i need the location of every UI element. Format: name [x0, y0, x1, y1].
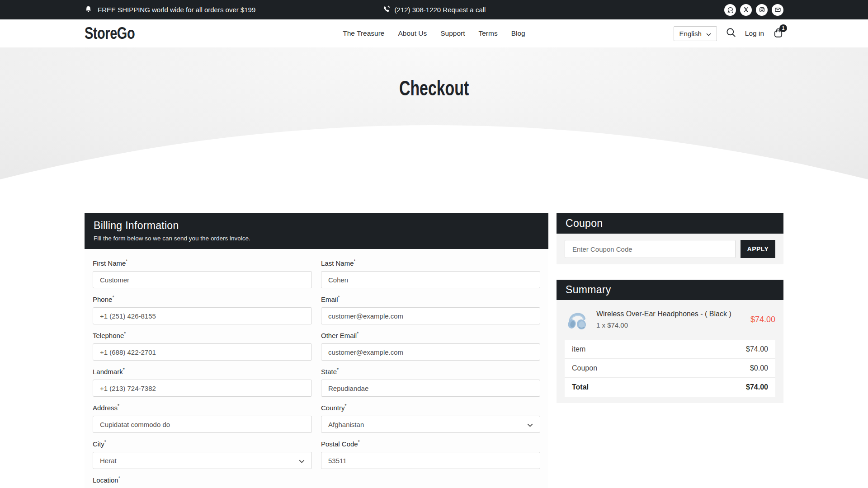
- last-name-input[interactable]: [321, 271, 540, 288]
- coupon-code-input[interactable]: [565, 240, 736, 258]
- required-mark: *: [123, 367, 125, 372]
- field-first-name: First Name*: [93, 259, 312, 288]
- billing-card: Billing Information Fill the form below …: [85, 213, 548, 488]
- product-image: [565, 307, 589, 332]
- billing-header: Billing Information Fill the form below …: [85, 213, 548, 249]
- product-info: Wireless Over-Ear Headphones - ( Black )…: [596, 310, 750, 329]
- product-quantity: 1 x $74.00: [596, 321, 750, 329]
- top-announcement-bar: FREE SHIPPING world wide for all orders …: [0, 0, 868, 19]
- search-icon[interactable]: [726, 28, 736, 39]
- nav-blog[interactable]: Blog: [511, 29, 525, 38]
- field-location: Location* Select Location: [93, 476, 312, 488]
- login-link[interactable]: Log in: [745, 29, 764, 38]
- coupon-card: Coupon APPLY: [557, 213, 783, 264]
- billing-subtitle: Fill the form below so we can send you t…: [94, 235, 539, 242]
- hero-curve-decoration: [0, 47, 868, 213]
- x-twitter-icon[interactable]: [740, 4, 752, 16]
- language-value: English: [679, 30, 702, 38]
- phone-text: (212) 308-1220 Request a call: [395, 6, 486, 14]
- summary-body: Wireless Over-Ear Headphones - ( Black )…: [557, 300, 783, 403]
- social-links: [724, 4, 783, 16]
- summary-row-total: Total $74.00: [565, 378, 775, 397]
- required-mark: *: [118, 476, 120, 481]
- phone-icon: [382, 5, 390, 14]
- cart-count-badge: 1: [779, 24, 787, 32]
- required-mark: *: [104, 440, 106, 445]
- chevron-down-icon: [706, 30, 711, 38]
- required-mark: *: [118, 404, 119, 408]
- email-icon[interactable]: [772, 4, 783, 16]
- telephone-input[interactable]: [93, 343, 312, 361]
- page-hero: Checkout: [0, 47, 868, 213]
- email-input[interactable]: [321, 307, 540, 324]
- state-input[interactable]: [321, 380, 540, 397]
- checkout-page: FREE SHIPPING world wide for all orders …: [0, 0, 868, 488]
- other-email-input[interactable]: [321, 343, 540, 361]
- required-mark: *: [126, 259, 127, 264]
- order-sidebar: Coupon APPLY Summary: [557, 213, 783, 403]
- first-name-input[interactable]: [93, 271, 312, 288]
- field-other-email: Other Email*: [321, 331, 540, 361]
- summary-table: item $74.00 Coupon $0.00 Total $74.00: [565, 340, 775, 397]
- instagram-icon[interactable]: [756, 4, 768, 16]
- address-input[interactable]: [93, 416, 312, 433]
- field-last-name: Last Name*: [321, 259, 540, 288]
- chevron-down-icon: [299, 457, 305, 465]
- summary-card: Summary: [557, 280, 783, 403]
- field-city: City* Herat: [93, 440, 312, 469]
- required-mark: *: [345, 404, 347, 408]
- country-select[interactable]: Afghanistan: [321, 416, 540, 433]
- required-mark: *: [124, 331, 126, 336]
- nav-about-us[interactable]: About Us: [398, 29, 427, 38]
- coupon-form: APPLY: [557, 234, 783, 264]
- required-mark: *: [354, 259, 356, 264]
- site-header: StoreGo The Treasure About Us Support Te…: [0, 19, 868, 47]
- required-mark: *: [337, 367, 339, 372]
- cart-item: Wireless Over-Ear Headphones - ( Black )…: [565, 307, 775, 332]
- billing-title: Billing Information: [94, 220, 539, 232]
- nav-support[interactable]: Support: [440, 29, 465, 38]
- apply-coupon-button[interactable]: APPLY: [741, 240, 775, 258]
- cart-button[interactable]: 1: [773, 28, 783, 40]
- postal-code-input[interactable]: [321, 452, 540, 469]
- header-controls: English Log in 1: [674, 26, 783, 41]
- field-spacer: [321, 476, 540, 488]
- field-state: State*: [321, 367, 540, 397]
- field-postal-code: Postal Code*: [321, 440, 540, 469]
- coupon-title: Coupon: [557, 213, 783, 234]
- billing-form: First Name* Last Name* Phone* Email* Tel…: [85, 249, 548, 488]
- city-select[interactable]: Herat: [93, 452, 312, 469]
- field-address: Address*: [93, 404, 312, 433]
- field-email: Email*: [321, 295, 540, 324]
- field-telephone: Telephone*: [93, 331, 312, 361]
- chevron-down-icon: [527, 421, 533, 428]
- nav-the-treasure[interactable]: The Treasure: [343, 29, 384, 38]
- summary-title: Summary: [557, 280, 783, 300]
- product-name: Wireless Over-Ear Headphones - ( Black ): [596, 310, 750, 318]
- product-price: $74.00: [750, 315, 775, 324]
- field-phone: Phone*: [93, 295, 312, 324]
- phone-input[interactable]: [93, 307, 312, 324]
- summary-row-coupon: Coupon $0.00: [565, 359, 775, 378]
- required-mark: *: [112, 295, 114, 300]
- required-mark: *: [357, 331, 359, 336]
- landmark-input[interactable]: [93, 380, 312, 397]
- language-selector[interactable]: English: [674, 26, 717, 41]
- field-landmark: Landmark*: [93, 367, 312, 397]
- summary-row-item: item $74.00: [565, 340, 775, 359]
- checkout-main: Billing Information Fill the form below …: [0, 213, 868, 488]
- required-mark: *: [338, 295, 340, 300]
- nav-terms[interactable]: Terms: [479, 29, 498, 38]
- page-title: Checkout: [0, 75, 868, 100]
- field-country: Country* Afghanistan: [321, 404, 540, 433]
- whatsapp-icon[interactable]: [724, 4, 736, 16]
- required-mark: *: [358, 440, 360, 445]
